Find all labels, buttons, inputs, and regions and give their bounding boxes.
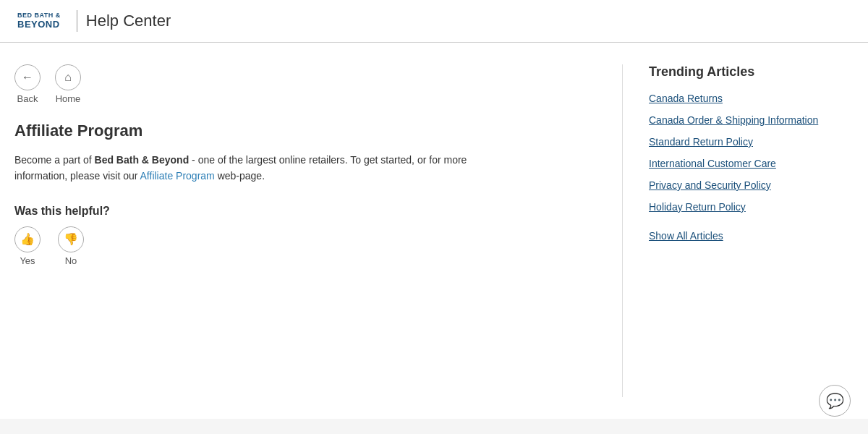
back-label: Back	[17, 93, 38, 104]
trending-list: Canada Returns Canada Order & Shipping I…	[649, 93, 854, 213]
helpful-label: Was this helpful?	[14, 205, 593, 218]
trending-article-link[interactable]: Standard Return Policy	[649, 136, 753, 148]
logo-divider	[77, 10, 77, 32]
nav-buttons: ← Back ⌂ Home	[14, 64, 593, 104]
trending-article-link[interactable]: Canada Returns	[649, 93, 723, 104]
body-end: web-page.	[215, 170, 265, 182]
article-body: Become a part of Bed Bath & Beyond - one…	[14, 152, 506, 184]
no-label: No	[65, 255, 77, 266]
back-button[interactable]: ← Back	[14, 64, 41, 104]
yes-label: Yes	[20, 255, 35, 266]
logo-bottom: BEYOND	[17, 20, 61, 30]
list-item: Canada Returns	[649, 93, 854, 104]
back-icon: ←	[14, 64, 41, 90]
list-item: Standard Return Policy	[649, 136, 854, 148]
article-title: Affiliate Program	[14, 122, 593, 140]
chat-button[interactable]: 💬	[819, 385, 851, 417]
home-label: Home	[56, 93, 81, 104]
trending-title: Trending Articles	[649, 64, 854, 80]
trending-article-link[interactable]: International Customer Care	[649, 158, 776, 169]
home-icon: ⌂	[55, 64, 81, 90]
main-container: ← Back ⌂ Home Affiliate Program Become a…	[0, 43, 868, 419]
trending-article-link[interactable]: Holiday Return Policy	[649, 201, 746, 213]
chat-icon: 💬	[826, 392, 844, 409]
sidebar: Trending Articles Canada Returns Canada …	[622, 64, 854, 397]
help-center-title: Help Center	[86, 12, 171, 30]
trending-article-link[interactable]: Canada Order & Shipping Information	[649, 114, 818, 126]
list-item: Canada Order & Shipping Information	[649, 114, 854, 126]
vote-buttons: 👍 Yes 👎 No	[14, 226, 593, 266]
thumbs-down-icon: 👎	[58, 226, 84, 252]
no-button[interactable]: 👎 No	[58, 226, 84, 266]
list-item: Holiday Return Policy	[649, 201, 854, 213]
yes-button[interactable]: 👍 Yes	[14, 226, 41, 266]
show-all-articles-link[interactable]: Show All Articles	[649, 230, 854, 242]
trending-article-link[interactable]: Privacy and Security Policy	[649, 179, 771, 191]
affiliate-link[interactable]: Affiliate Program	[140, 170, 215, 182]
body-before-bold: Become a part of	[14, 154, 95, 166]
list-item: International Customer Care	[649, 158, 854, 169]
home-button[interactable]: ⌂ Home	[55, 64, 81, 104]
list-item: Privacy and Security Policy	[649, 179, 854, 191]
page-header: BED BATH & BEYOND Help Center	[0, 0, 868, 43]
bold-brand: Bed Bath & Beyond	[95, 154, 190, 166]
thumbs-up-icon: 👍	[14, 226, 41, 252]
logo-box: BED BATH & BEYOND	[17, 12, 61, 30]
content-area: ← Back ⌂ Home Affiliate Program Become a…	[14, 64, 622, 397]
logo-area: BED BATH & BEYOND Help Center	[17, 10, 171, 32]
